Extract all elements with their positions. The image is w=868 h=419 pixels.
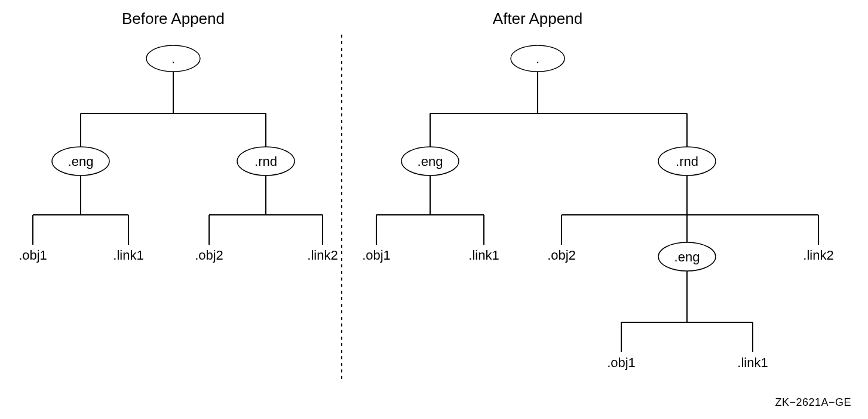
nested-eng-label: .eng	[674, 249, 700, 264]
rnd-label: .rnd	[676, 154, 698, 169]
before-obj2: .obj2	[195, 248, 223, 263]
eng-label: .eng	[418, 154, 443, 169]
before-rnd-node: .rnd	[237, 147, 295, 215]
nested-link1: .link1	[737, 355, 768, 370]
diagram-root: Before Append . .eng .rnd .obj1 .li	[0, 0, 868, 419]
figure-id: ZK−2621A−GE	[775, 396, 851, 408]
rnd-label: .rnd	[254, 154, 277, 169]
after-root-node: .	[511, 45, 565, 113]
root-label: .	[536, 51, 539, 66]
after-title: After Append	[493, 10, 582, 27]
root-label: .	[171, 51, 175, 66]
after-eng-node: .eng	[401, 147, 459, 215]
after-tree: After Append . .eng .rnd .obj1 .link1	[362, 10, 834, 370]
after-obj2: .obj2	[547, 248, 576, 263]
before-tree: Before Append . .eng .rnd .obj1 .li	[19, 10, 338, 263]
eng-label: .eng	[68, 154, 94, 169]
after-obj1: .obj1	[362, 248, 391, 263]
before-link2: .link2	[307, 248, 338, 263]
before-eng-node: .eng	[52, 147, 109, 215]
after-link2: .link2	[803, 248, 833, 263]
before-root-node: .	[146, 45, 200, 113]
before-obj1: .obj1	[19, 248, 47, 263]
after-nested-eng-node: .eng	[658, 242, 716, 322]
after-link1: .link1	[468, 248, 499, 263]
before-link1: .link1	[113, 248, 143, 263]
nested-obj1: .obj1	[607, 355, 636, 370]
after-rnd-node: .rnd	[658, 147, 716, 215]
before-title: Before Append	[122, 10, 225, 27]
